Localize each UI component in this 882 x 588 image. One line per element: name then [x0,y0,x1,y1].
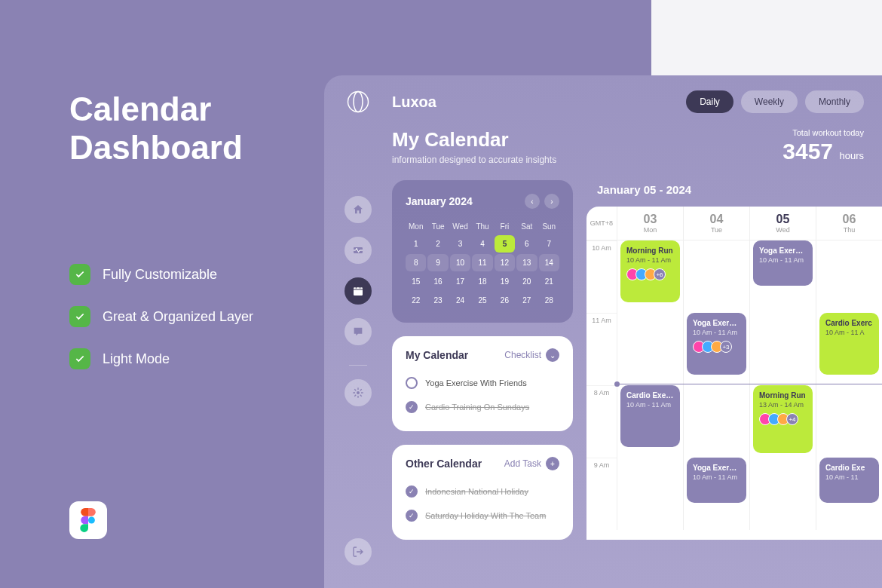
task-checkbox[interactable] [406,377,418,389]
event-column: Yoga Exerci...10 Am - 11 Am+3Yoga Exerci… [683,240,749,530]
checklist-button[interactable]: Checklist ⌄ [504,348,559,362]
nav-logout[interactable] [345,538,372,565]
nav-calendar[interactable] [345,277,372,305]
page-title: My Calendar [392,128,556,152]
page-header: My Calendar information designed to accu… [392,128,882,165]
event-column: Morning Run10 Am - 11 Am+6Cardio Exerci.… [617,240,683,530]
calendar-day[interactable]: 8 [406,254,426,271]
calendar-grid: MonTueWedThuFriSatSun1234567891011121314… [406,219,559,309]
day-header[interactable]: 04Tue [683,207,749,240]
schedule-title: January 05 - 2024 [586,180,882,207]
calendar-day[interactable]: 19 [495,273,515,290]
tab-daily[interactable]: Daily [686,90,733,113]
stat-unit: hours [839,150,864,161]
sidebar [324,75,392,588]
day-header[interactable]: 05Wed [749,207,816,240]
task-label: Cardio Training On Sundays [425,403,529,412]
check-icon [69,348,90,369]
calendar-day[interactable]: 15 [406,273,426,290]
nav-activity[interactable] [345,237,372,264]
task-item[interactable]: Saturday Holiday With The Team [406,504,559,528]
calendar-day[interactable]: 21 [539,273,559,290]
svg-point-0 [88,517,95,524]
calendar-day[interactable]: 11 [472,254,492,271]
calendar-day[interactable]: 5 [495,235,515,253]
calendar-day[interactable]: 3 [450,235,470,253]
time-label: 9 Am [586,458,617,530]
main-content: Luxoa Daily Weekly Monthly My Calendar i… [392,75,882,588]
nav-settings[interactable] [345,379,372,406]
dow-label: Sun [539,219,559,234]
topbar: Luxoa Daily Weekly Monthly [392,90,882,113]
event-card[interactable]: Morning Run10 Am - 11 Am+6 [620,240,680,302]
day-header[interactable]: 06Thu [816,207,882,240]
dow-label: Fri [495,219,515,234]
calendar-day[interactable]: 25 [472,292,492,309]
next-month-button[interactable]: › [544,194,559,209]
prev-month-button[interactable]: ‹ [525,194,540,209]
calendar-day[interactable]: 28 [539,292,559,309]
calendar-day[interactable]: 13 [516,254,537,271]
features-list: Fully Customizable Great & Organized Lay… [69,264,253,390]
event-card[interactable]: Morning Run13 Am - 14 Am+4 [753,385,813,453]
calendar-day[interactable]: 24 [450,292,470,309]
event-card[interactable]: Cardio Exerc10 Am - 11 A [819,313,879,375]
task-checkbox[interactable] [406,510,418,522]
check-icon [69,306,90,327]
event-card[interactable]: Yoga Exerci...10 Am - 11 Am [753,240,813,286]
task-checkbox[interactable] [406,485,418,498]
calendar-day[interactable]: 9 [427,254,448,271]
task-label: Indonesian National Holiday [425,487,528,496]
stat-value: 3457 [782,139,833,164]
feature-item: Fully Customizable [69,264,253,285]
calendar-day[interactable]: 1 [406,235,426,253]
stats: Total workout today 3457 hours [782,128,864,165]
task-checkbox[interactable] [406,401,418,413]
now-indicator [617,384,882,384]
event-column: Cardio Exerc10 Am - 11 ACardio Exe10 Am … [816,240,882,530]
calendar-day[interactable]: 6 [516,235,537,253]
calendar-day[interactable]: 4 [472,235,492,253]
chevron-down-icon: ⌄ [546,348,559,362]
task-item[interactable]: Yoga Exercise With Friends [406,371,559,395]
event-card[interactable]: Yoga Exerci...10 Am - 11 Am+3 [687,313,746,375]
figma-badge [69,501,107,539]
calendar-day[interactable]: 23 [427,292,448,309]
calendar-day[interactable]: 7 [539,235,559,253]
svg-point-2 [354,92,363,112]
nav-chat[interactable] [345,318,372,345]
nav-home[interactable] [345,196,372,223]
add-task-button[interactable]: Add Task + [504,457,559,470]
calendar-day[interactable]: 18 [472,273,492,290]
tab-monthly[interactable]: Monthly [805,90,864,113]
day-header[interactable]: 03Mon [617,207,683,240]
event-card[interactable]: Yoga Exercis...10 Am - 11 Am [687,458,746,503]
dow-label: Mon [406,219,426,234]
task-item[interactable]: Cardio Training On Sundays [406,395,559,419]
plus-icon: + [546,457,559,470]
tab-weekly[interactable]: Weekly [741,90,798,113]
mini-calendar-title: January 2024 [406,195,473,207]
calendar-day[interactable]: 17 [450,273,470,290]
calendar-day[interactable]: 20 [516,273,537,290]
task-label: Saturday Holiday With The Team [425,511,546,520]
event-card[interactable]: Cardio Exerci...10 Am - 11 Am [620,385,680,447]
feature-item: Great & Organized Layer [69,306,253,327]
calendar-day[interactable]: 26 [495,292,515,309]
event-card[interactable]: Cardio Exe10 Am - 11 [819,458,879,503]
time-label: 11 Am [586,313,617,385]
event-column: Yoga Exerci...10 Am - 11 AmMorning Run13… [749,240,816,530]
dow-label: Sat [516,219,537,234]
stat-label: Total workout today [782,128,864,137]
calendar-day[interactable]: 12 [495,254,515,271]
calendar-day[interactable]: 22 [406,292,426,309]
task-item[interactable]: Indonesian National Holiday [406,479,559,504]
calendar-day[interactable]: 14 [539,254,559,271]
calendar-day[interactable]: 10 [450,254,470,271]
calendar-day[interactable]: 16 [427,273,448,290]
timezone-label: GMT+8 [586,207,617,240]
calendar-day[interactable]: 2 [427,235,448,253]
feature-item: Light Mode [69,348,253,369]
page-subtitle: information designed to accurate insight… [392,155,556,165]
calendar-day[interactable]: 27 [516,292,537,309]
